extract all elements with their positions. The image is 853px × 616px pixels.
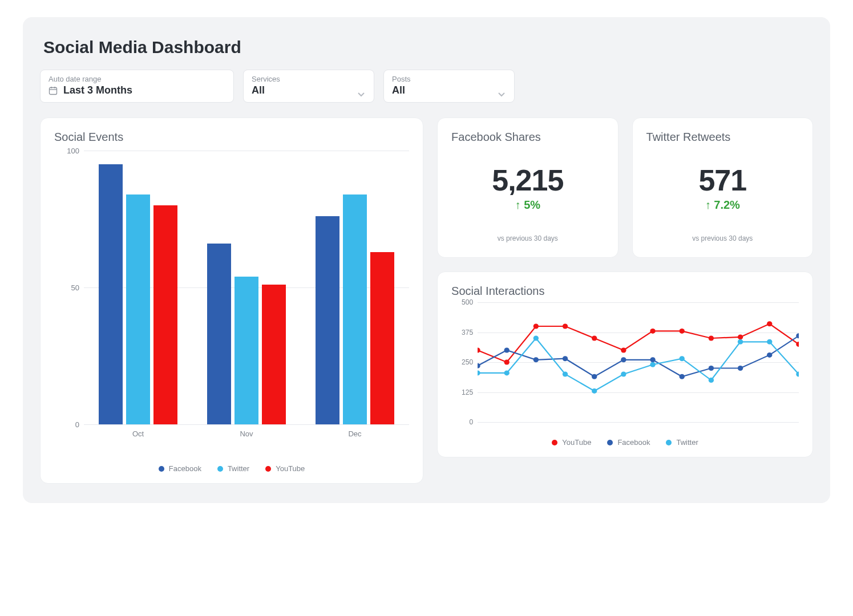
kpi-title: Facebook Shares (451, 131, 604, 144)
line-point (621, 348, 626, 353)
y-tick-label: 0 (454, 418, 473, 426)
gridline (478, 422, 799, 423)
filter-posts-label: Posts (392, 75, 506, 83)
bar-youtube (153, 205, 177, 424)
legend-dot (607, 440, 613, 445)
line-point (533, 336, 539, 341)
line-point (709, 336, 714, 341)
legend-social-events: Facebook Twitter YouTube (54, 464, 409, 473)
bar-facebook (316, 216, 339, 424)
bar-groups: OctNovDec (84, 151, 409, 424)
y-tick-label: 50 (59, 283, 79, 292)
legend-item-youtube: YouTube (265, 464, 305, 473)
y-tick-label: 125 (454, 388, 473, 396)
bar-twitter (235, 277, 258, 424)
filter-services[interactable]: Services All (243, 70, 374, 103)
y-tick-label: 500 (454, 298, 473, 306)
filters-row: Auto date range Last 3 Months Services A… (40, 70, 813, 103)
bar-youtube (262, 285, 286, 424)
bar-group: Oct (99, 151, 177, 424)
line-point (738, 366, 743, 371)
kpi-twitter-retweets: Twitter Retweets 571 ↑ 7.2% vs previous … (632, 117, 813, 258)
legend-item-facebook: Facebook (159, 464, 201, 473)
line-point (592, 336, 597, 341)
page-title: Social Media Dashboard (43, 38, 813, 57)
line-point (680, 356, 685, 361)
x-tick-label: Dec (348, 429, 361, 438)
y-tick-label: 100 (59, 147, 79, 155)
card-title-social-events: Social Events (54, 131, 409, 144)
kpi-title: Twitter Retweets (646, 131, 799, 144)
line-point (478, 370, 480, 375)
legend-social-interactions: YouTube Facebook Twitter (451, 438, 799, 447)
line-point (680, 374, 685, 379)
legend-label: Twitter (228, 464, 249, 473)
filter-date-range[interactable]: Auto date range Last 3 Months (40, 70, 234, 103)
line-point (478, 348, 480, 353)
kpi-subtext: vs previous 30 days (646, 234, 799, 242)
x-tick-label: Nov (240, 429, 253, 438)
bar-chart-social-events: 050100OctNovDec (54, 147, 409, 444)
line-point (563, 356, 568, 361)
line-point (767, 352, 772, 358)
y-tick-label: 375 (454, 329, 473, 337)
bar-twitter (343, 194, 367, 424)
line-point (738, 334, 743, 339)
filter-posts[interactable]: Posts All (383, 70, 515, 103)
line-point (533, 324, 539, 329)
card-social-interactions: Social Interactions 0125250375500 YouTub… (437, 271, 813, 457)
chevron-down-icon (498, 88, 506, 94)
kpi-row: Facebook Shares 5,215 ↑ 5% vs previous 3… (437, 117, 813, 258)
bar-twitter (126, 194, 150, 424)
bar-facebook (207, 244, 231, 424)
line-point (767, 321, 772, 326)
right-column: Facebook Shares 5,215 ↑ 5% vs previous 3… (437, 117, 813, 484)
line-point (533, 357, 539, 362)
kpi-value: 571 (646, 163, 799, 197)
dashboard-frame: Social Media Dashboard Auto date range L… (23, 17, 830, 503)
line-series-twitter (478, 338, 799, 391)
line-point (621, 372, 626, 377)
filter-services-label: Services (252, 75, 366, 83)
legend-label: Facebook (617, 438, 650, 447)
legend-label: YouTube (276, 464, 305, 473)
line-point (680, 329, 685, 334)
chevron-down-icon (358, 88, 366, 94)
bar-facebook (99, 164, 123, 424)
y-tick-label: 250 (454, 358, 473, 366)
legend-dot (265, 466, 271, 472)
line-point (767, 339, 772, 345)
calendar-icon (48, 86, 58, 95)
svg-rect-0 (50, 87, 57, 94)
kpi-facebook-shares: Facebook Shares 5,215 ↑ 5% vs previous 3… (437, 117, 618, 258)
line-point (563, 372, 568, 377)
line-point (592, 374, 597, 379)
line-point (621, 357, 626, 362)
legend-item-twitter: Twitter (666, 438, 698, 447)
line-point (738, 339, 743, 345)
line-point (563, 324, 568, 329)
x-tick-label: Oct (132, 429, 144, 438)
legend-item-youtube: YouTube (552, 438, 591, 447)
line-point (650, 362, 655, 367)
legend-item-facebook: Facebook (607, 438, 650, 447)
line-svg (478, 302, 799, 422)
legend-item-twitter: Twitter (217, 464, 249, 473)
bar-group: Dec (316, 151, 394, 424)
y-tick-label: 0 (59, 420, 79, 429)
kpi-delta: ↑ 5% (451, 198, 604, 212)
bar-youtube (370, 252, 394, 424)
line-point (650, 357, 655, 362)
gridline (84, 424, 409, 425)
legend-dot (666, 440, 672, 445)
line-point (592, 388, 597, 394)
line-point (504, 360, 510, 365)
line-chart-social-interactions: 0125250375500 (451, 302, 799, 422)
line-point (650, 329, 655, 334)
dashboard-grid: Social Events 050100OctNovDec Facebook T… (40, 117, 813, 484)
card-title-social-interactions: Social Interactions (451, 285, 799, 298)
legend-dot (159, 466, 164, 472)
line-point (504, 370, 510, 375)
card-social-events: Social Events 050100OctNovDec Facebook T… (40, 117, 423, 484)
line-point (709, 366, 714, 371)
